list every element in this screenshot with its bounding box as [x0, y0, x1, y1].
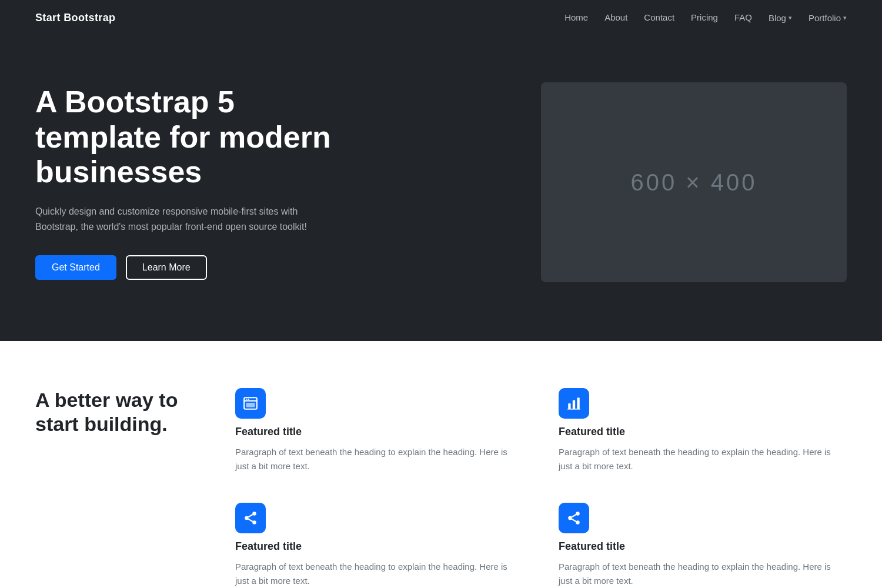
- hero-title: A Bootstrap 5 template for modern busine…: [35, 85, 365, 190]
- svg-line-17: [572, 519, 576, 522]
- hero-buttons: Get Started Learn More: [35, 255, 365, 280]
- svg-line-18: [572, 514, 576, 517]
- nav-home[interactable]: Home: [564, 12, 588, 22]
- brand-logo[interactable]: Start Bootstrap: [35, 12, 115, 24]
- hero-content: A Bootstrap 5 template for modern busine…: [35, 85, 365, 280]
- nav-contact[interactable]: Contact: [644, 12, 674, 22]
- hero-image: 600 × 400: [541, 82, 847, 282]
- features-left: A better way to start building.: [35, 388, 200, 588]
- hero-subtitle: Quickly design and customize responsive …: [35, 204, 318, 234]
- feature-title-4: Featured title: [559, 540, 847, 553]
- share-icon-2: [559, 503, 589, 533]
- svg-point-11: [252, 520, 256, 524]
- svg-point-15: [568, 516, 572, 520]
- svg-rect-7: [577, 397, 579, 409]
- browser-icon: [235, 388, 266, 419]
- svg-rect-4: [246, 403, 255, 407]
- feature-title-1: Featured title: [235, 426, 523, 438]
- feature-item-4: Featured title Paragraph of text beneath…: [559, 503, 847, 588]
- nav-about[interactable]: About: [604, 12, 627, 22]
- feature-text-3: Paragraph of text beneath the heading to…: [235, 560, 523, 588]
- navbar: Start Bootstrap Home About Contact Prici…: [0, 0, 882, 35]
- features-section: A better way to start building. Featured…: [0, 341, 882, 588]
- hero-image-placeholder: 600 × 400: [630, 169, 757, 196]
- feature-text-1: Paragraph of text beneath the heading to…: [235, 445, 523, 473]
- feature-item-3: Featured title Paragraph of text beneath…: [235, 503, 523, 588]
- svg-point-16: [576, 520, 580, 524]
- feature-item-2: Featured title Paragraph of text beneath…: [559, 388, 847, 473]
- share-icon-1: [235, 503, 266, 533]
- hero-section: A Bootstrap 5 template for modern busine…: [0, 35, 882, 341]
- feature-text-2: Paragraph of text beneath the heading to…: [559, 445, 847, 473]
- nav-blog[interactable]: Blog: [769, 13, 792, 23]
- svg-point-9: [252, 512, 256, 516]
- nav-pricing[interactable]: Pricing: [691, 12, 718, 22]
- feature-title-3: Featured title: [235, 540, 523, 553]
- nav-links: Home About Contact Pricing FAQ Blog Port…: [564, 12, 847, 23]
- feature-text-4: Paragraph of text beneath the heading to…: [559, 560, 847, 588]
- svg-rect-5: [568, 403, 570, 409]
- feature-item-1: Featured title Paragraph of text beneath…: [235, 388, 523, 473]
- svg-line-13: [248, 514, 252, 517]
- features-heading: A better way to start building.: [35, 388, 200, 436]
- nav-faq[interactable]: FAQ: [734, 12, 752, 22]
- nav-portfolio[interactable]: Portfolio: [808, 13, 847, 23]
- feature-title-2: Featured title: [559, 426, 847, 438]
- learn-more-button[interactable]: Learn More: [126, 255, 207, 280]
- features-grid: Featured title Paragraph of text beneath…: [235, 388, 847, 588]
- svg-point-10: [245, 516, 249, 520]
- svg-rect-6: [573, 400, 575, 409]
- chart-icon: [559, 388, 589, 419]
- get-started-button[interactable]: Get Started: [35, 255, 116, 280]
- svg-point-14: [576, 512, 580, 516]
- svg-line-12: [248, 519, 252, 522]
